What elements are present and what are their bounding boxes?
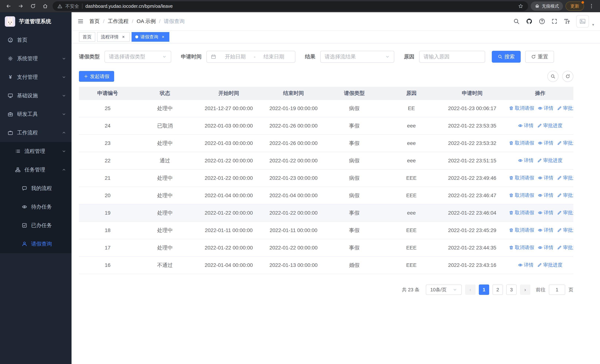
leave-type-select[interactable]: 请选择请假类型 [104, 51, 171, 63]
action-cancel-link[interactable]: 取消请假 [509, 192, 534, 198]
search-icon[interactable] [513, 18, 520, 24]
action-detail-link[interactable]: 详情 [538, 209, 553, 216]
browser-forward-icon[interactable] [16, 1, 26, 11]
avatar[interactable] [576, 15, 589, 28]
sidebar-item-workflow[interactable]: 工作流程 [0, 123, 72, 142]
action-cancel-link[interactable]: 取消请假 [509, 105, 534, 111]
action-cancel-link[interactable]: 取消请假 [509, 140, 534, 146]
refresh-table-button[interactable] [562, 71, 573, 82]
cell-status: 通过 [136, 152, 193, 169]
action-cancel-link[interactable]: 取消请假 [509, 227, 534, 233]
search-button[interactable]: 搜索 [492, 51, 521, 63]
sidebar-item-payment[interactable]: ¥支付管理 [0, 68, 72, 86]
create-leave-button[interactable]: 发起请假 [79, 71, 114, 82]
action-detail-link[interactable]: 详情 [518, 122, 534, 129]
action-detail-link[interactable]: 详情 [538, 227, 553, 233]
page-size-select[interactable]: 10条/页 [426, 284, 462, 295]
action-progress-link[interactable]: 审批进度 [557, 209, 573, 216]
action-progress-link[interactable]: 审批进度 [537, 262, 562, 268]
browser-reload-icon[interactable] [28, 1, 38, 11]
fullscreen-icon[interactable] [552, 18, 557, 24]
breadcrumb-item[interactable]: 首页 [89, 18, 100, 25]
action-progress-link[interactable]: 审批进度 [557, 192, 573, 198]
breadcrumb-item[interactable]: 工作流程 [108, 18, 129, 25]
action-progress-link[interactable]: 审批进度 [557, 140, 573, 146]
page-1-button[interactable]: 1 [479, 284, 489, 295]
reset-button[interactable]: 重置 [525, 51, 554, 63]
apply-time-range-picker[interactable]: 开始日期 - 结束日期 [206, 51, 295, 63]
page-2-button[interactable]: 2 [493, 284, 503, 295]
browser-back-icon[interactable] [4, 1, 13, 11]
result-select[interactable]: 请选择流结果 [320, 51, 394, 63]
navbar-actions: ▾ [513, 15, 594, 28]
tab-process-detail[interactable]: 流程详情× [97, 32, 130, 42]
tab-home[interactable]: 首页 [79, 32, 95, 42]
cell-leave_type: 事假 [323, 135, 385, 152]
action-detail-link[interactable]: 详情 [538, 244, 553, 251]
trash-icon [509, 245, 514, 250]
view-icon [518, 123, 523, 128]
action-progress-link[interactable]: 审批进度 [537, 122, 562, 129]
font-size-icon[interactable] [564, 18, 570, 24]
action-cancel-link[interactable]: 取消请假 [509, 244, 534, 251]
action-progress-link[interactable]: 审批进度 [557, 227, 573, 233]
sidebar-item-system[interactable]: 系统管理 [0, 49, 72, 68]
sidebar-item-label: 请假查询 [31, 240, 66, 247]
breadcrumb-item[interactable]: OA 示例 [137, 18, 156, 25]
edit-icon [537, 158, 542, 163]
sidebar-item-label: 任务管理 [24, 166, 58, 173]
main-area: 首页/工作流程/OA 示例/请假查询 ▾ 首页流程详情×请假查询× 请假类型 [72, 12, 600, 364]
chevron-down-icon [385, 54, 390, 59]
browser-home-icon[interactable] [40, 1, 50, 11]
action-detail-link[interactable]: 详情 [538, 140, 553, 146]
chevron-down-icon[interactable]: ▾ [592, 22, 594, 28]
sidebar-item-leave-query[interactable]: 请假查询 [0, 235, 72, 253]
collapse-sidebar-icon[interactable] [77, 18, 84, 24]
sidebar-item-process-management[interactable]: 流程管理 [0, 142, 72, 160]
sidebar-item-infrastructure[interactable]: 基础设施 [0, 86, 72, 105]
action-cancel-link[interactable]: 取消请假 [509, 209, 534, 216]
tab-leave-query[interactable]: 请假查询× [131, 32, 169, 42]
prev-page-button[interactable]: ‹ [465, 284, 476, 295]
action-detail-link[interactable]: 详情 [538, 192, 553, 198]
reason-input[interactable] [419, 51, 485, 63]
close-tab-icon[interactable]: × [160, 34, 166, 39]
sidebar-item-home[interactable]: 首页 [0, 31, 72, 49]
action-progress-link[interactable]: 审批进度 [557, 175, 573, 181]
sidebar-item-dev-tools[interactable]: 研发工具 [0, 105, 72, 123]
cell-reason: EEE [385, 169, 437, 187]
toolbox-icon [7, 111, 13, 117]
sidebar-item-my-process[interactable]: 我的流程 [0, 179, 72, 197]
browser-update-button[interactable]: 更新 [565, 1, 584, 11]
next-page-button[interactable]: › [520, 284, 530, 295]
cell-actions: 取消请假详情审批进度 [507, 204, 573, 222]
action-cancel-link[interactable]: 取消请假 [509, 175, 534, 181]
cell-leave_type: 病假 [323, 100, 385, 117]
help-icon[interactable] [539, 18, 545, 24]
cell-end_time: 2022-01-13 00:00:00 [264, 257, 323, 274]
sidebar-item-todo-tasks[interactable]: 待办任务 [0, 197, 72, 216]
chevron-down-icon [162, 54, 167, 59]
action-detail-link[interactable]: 详情 [518, 157, 534, 164]
cell-status: 处理中 [136, 187, 193, 204]
action-detail-link[interactable]: 详情 [538, 105, 553, 111]
browser-address-bar[interactable]: 不安全 dashboard.yudao.iocoder.cn/bpm/oa/le… [53, 1, 528, 11]
edit-icon [557, 245, 562, 250]
action-progress-link[interactable]: 审批进度 [537, 157, 562, 164]
github-icon[interactable] [526, 18, 533, 25]
cell-id: 16 [79, 257, 136, 274]
bookmark-star-icon[interactable] [518, 3, 523, 9]
column-header-reason: 原因 [385, 87, 437, 100]
sidebar-item-done-tasks[interactable]: 已办任务 [0, 216, 72, 235]
action-detail-link[interactable]: 详情 [518, 262, 534, 268]
action-progress-link[interactable]: 审批进度 [557, 244, 573, 251]
toggle-search-button[interactable] [547, 71, 559, 82]
page-content: 请假类型 请选择请假类型 申请时间 开始日期 - 结束日期 [72, 43, 600, 364]
browser-menu-icon[interactable] [587, 1, 596, 11]
sidebar-item-task-management[interactable]: 任务管理 [0, 160, 72, 179]
page-3-button[interactable]: 3 [506, 284, 517, 295]
close-tab-icon[interactable]: × [121, 34, 126, 39]
action-detail-link[interactable]: 详情 [538, 175, 553, 181]
action-progress-link[interactable]: 审批进度 [557, 105, 573, 111]
goto-page-input[interactable] [549, 284, 565, 295]
